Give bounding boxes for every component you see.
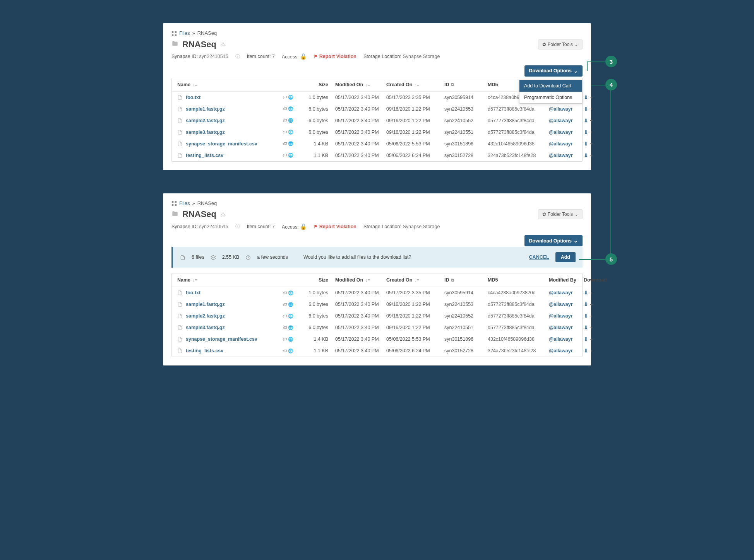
tag-icon[interactable]: 🏷 — [283, 325, 287, 330]
dropdown-programmatic[interactable]: Programmatic Options — [519, 92, 582, 103]
tag-icon[interactable]: 🏷 — [283, 130, 287, 135]
user-link[interactable]: @allawayr — [549, 106, 573, 112]
download-icon[interactable]: ⬇ — [584, 324, 588, 331]
copy-icon[interactable]: ⧉ — [451, 82, 454, 87]
favorite-star-icon[interactable]: ☆ — [220, 41, 226, 48]
tag-icon[interactable]: 🏷 — [283, 314, 287, 319]
tag-icon[interactable]: 🏷 — [283, 337, 287, 342]
file-name-link[interactable]: sample1.fastq.gz — [186, 106, 225, 112]
download-icon[interactable]: ⬇ — [584, 106, 588, 112]
user-link[interactable]: @allawayr — [549, 118, 573, 123]
sort-icon[interactable]: ↓≡ — [415, 82, 419, 87]
add-icon[interactable]: + — [590, 118, 593, 123]
report-violation-link[interactable]: Report Violation — [319, 224, 356, 229]
tag-icon[interactable]: 🏷 — [283, 141, 287, 146]
user-link[interactable]: @allawayr — [549, 141, 573, 147]
tag-icon[interactable]: 🏷 — [283, 153, 287, 158]
add-icon[interactable]: + — [590, 302, 593, 307]
download-icon[interactable]: ⬇ — [584, 336, 588, 342]
globe-icon[interactable]: 🌐 — [288, 290, 293, 295]
tag-icon[interactable]: 🏷 — [283, 95, 287, 100]
globe-icon[interactable]: 🌐 — [288, 95, 293, 100]
download-icon[interactable]: ⬇ — [584, 301, 588, 307]
table-row: foo.txt 🏷 🌐 1.0 bytes 05/17/2022 3:40 PM… — [172, 287, 582, 299]
add-icon[interactable]: + — [590, 106, 593, 112]
download-icon[interactable]: ⬇ — [584, 94, 588, 101]
confirm-cancel-link[interactable]: CANCEL — [529, 254, 549, 260]
file-name-link[interactable]: testing_lists.csv — [186, 153, 223, 158]
file-name-link[interactable]: foo.txt — [186, 290, 200, 295]
download-icon[interactable]: ⬇ — [584, 313, 588, 319]
globe-icon[interactable]: 🌐 — [288, 130, 293, 135]
tag-icon[interactable]: 🏷 — [283, 290, 287, 295]
table-row: sample2.fastq.gz 🏷 🌐 6.0 bytes 05/17/202… — [172, 115, 582, 126]
report-violation-link[interactable]: Report Violation — [319, 54, 356, 59]
user-link[interactable]: @allawayr — [549, 153, 573, 158]
add-icon[interactable]: + — [590, 152, 593, 158]
globe-icon[interactable]: 🌐 — [288, 348, 293, 353]
file-name-link[interactable]: sample1.fastq.gz — [186, 302, 225, 307]
globe-icon[interactable]: 🌐 — [288, 302, 293, 307]
dropdown-add-to-cart[interactable]: Add to Download Cart — [519, 80, 582, 92]
download-icon[interactable]: ⬇ — [584, 348, 588, 354]
user-link[interactable]: @allawayr — [549, 325, 573, 330]
download-icon[interactable]: ⬇ — [584, 141, 588, 147]
globe-icon[interactable]: 🌐 — [288, 106, 293, 111]
file-name-link[interactable]: sample3.fastq.gz — [186, 325, 225, 330]
user-link[interactable]: @allawayr — [549, 348, 573, 353]
globe-icon[interactable]: 🌐 — [288, 141, 293, 146]
download-icon[interactable]: ⬇ — [584, 118, 588, 124]
download-options-button[interactable]: Download Options ⌄ — [524, 65, 583, 77]
add-icon[interactable]: + — [590, 94, 593, 100]
add-icon[interactable]: + — [590, 290, 593, 296]
user-link[interactable]: @allawayr — [549, 290, 573, 295]
confirm-add-button[interactable]: Add — [555, 252, 576, 262]
sort-icon[interactable]: ↓≡ — [193, 278, 197, 282]
globe-icon[interactable]: 🌐 — [288, 314, 293, 319]
sort-icon[interactable]: ↓≡ — [415, 278, 419, 282]
tag-icon[interactable]: 🏷 — [283, 118, 287, 123]
file-name-link[interactable]: sample2.fastq.gz — [186, 313, 225, 319]
tag-icon[interactable]: 🏷 — [283, 106, 287, 111]
add-icon[interactable]: + — [590, 313, 593, 319]
globe-icon[interactable]: 🌐 — [288, 153, 293, 158]
tag-icon[interactable]: 🏷 — [283, 348, 287, 353]
file-icon — [177, 302, 183, 307]
folder-tools-button[interactable]: ✿ Folder Tools ⌄ — [538, 209, 583, 219]
add-icon[interactable]: + — [590, 336, 593, 342]
add-icon[interactable]: + — [590, 129, 593, 135]
sort-icon[interactable]: ↓≡ — [365, 278, 370, 282]
add-icon[interactable]: + — [590, 348, 593, 354]
download-icon[interactable]: ⬇ — [584, 290, 588, 296]
user-link[interactable]: @allawayr — [549, 130, 573, 135]
folder-tools-button[interactable]: ✿ Folder Tools ⌄ — [538, 39, 583, 50]
add-icon[interactable]: + — [590, 325, 593, 331]
breadcrumb-root[interactable]: Files — [179, 30, 190, 36]
add-icon[interactable]: + — [590, 141, 593, 147]
file-name-link[interactable]: synapse_storage_manifest.csv — [186, 336, 257, 342]
file-name-link[interactable]: synapse_storage_manifest.csv — [186, 141, 257, 147]
favorite-star-icon[interactable]: ☆ — [220, 211, 226, 218]
breadcrumb-root[interactable]: Files — [179, 200, 190, 206]
globe-icon[interactable]: 🌐 — [288, 325, 293, 330]
tag-icon[interactable]: 🏷 — [283, 302, 287, 307]
download-icon[interactable]: ⬇ — [584, 129, 588, 135]
download-icon[interactable]: ⬇ — [584, 152, 588, 159]
cell-modified-by: @allawayr — [549, 290, 584, 295]
file-name-link[interactable]: sample2.fastq.gz — [186, 118, 225, 123]
file-name-link[interactable]: testing_lists.csv — [186, 348, 223, 353]
user-link[interactable]: @allawayr — [549, 302, 573, 307]
copy-icon[interactable]: ⧉ — [451, 278, 454, 283]
user-link[interactable]: @allawayr — [549, 336, 573, 342]
user-link[interactable]: @allawayr — [549, 313, 573, 319]
file-name-link[interactable]: foo.txt — [186, 95, 200, 100]
file-name-link[interactable]: sample3.fastq.gz — [186, 130, 225, 135]
file-icon — [177, 118, 183, 123]
sort-icon[interactable]: ↓≡ — [193, 82, 197, 87]
info-icon[interactable]: ⓘ — [235, 53, 240, 60]
sort-icon[interactable]: ↓≡ — [365, 82, 370, 87]
globe-icon[interactable]: 🌐 — [288, 337, 293, 342]
globe-icon[interactable]: 🌐 — [288, 118, 293, 123]
info-icon[interactable]: ⓘ — [235, 223, 240, 230]
download-options-button[interactable]: Download Options ⌄ — [524, 235, 583, 246]
